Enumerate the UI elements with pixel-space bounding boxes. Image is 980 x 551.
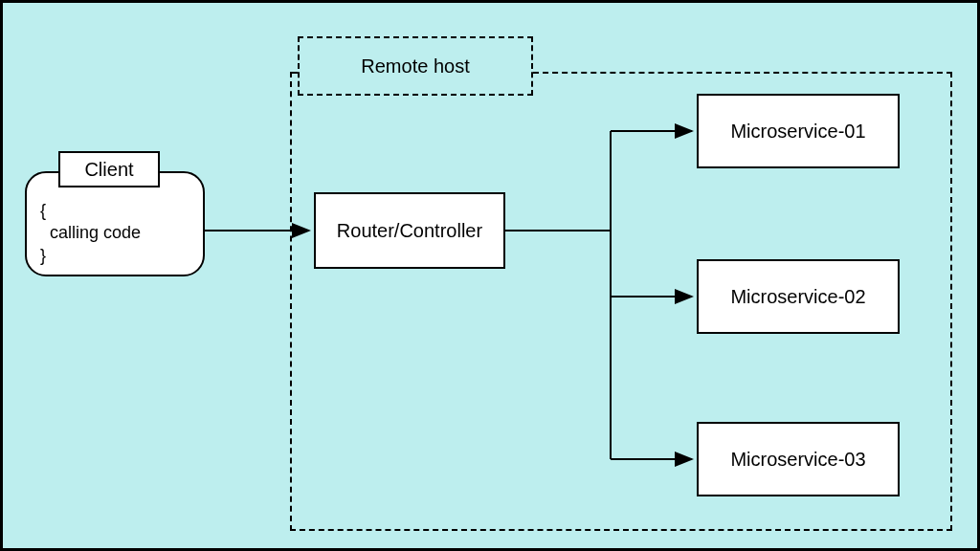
microservice-02-label: Microservice-02 [730,286,865,308]
code-brace-close: } [40,245,191,267]
router-box: Router/Controller [314,192,505,269]
microservice-01-label: Microservice-01 [730,121,865,143]
client-label: Client [84,159,133,181]
code-body: calling code [40,222,191,244]
microservice-01-box: Microservice-01 [697,94,900,168]
client-label-box: Client [58,151,160,187]
microservice-03-label: Microservice-03 [730,449,865,471]
microservice-03-box: Microservice-03 [697,422,900,496]
microservice-02-box: Microservice-02 [697,259,900,334]
router-label: Router/Controller [337,220,482,242]
code-brace-open: { [40,200,191,222]
